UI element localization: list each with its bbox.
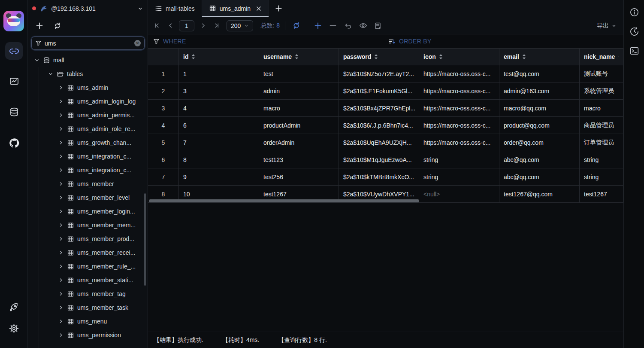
cell-icon[interactable]: https://macro-oss.oss-c...: [419, 65, 499, 82]
cell-email[interactable]: product@qq.com: [499, 117, 580, 134]
nav-dashboard-button[interactable]: [5, 72, 23, 90]
chevron-right-icon[interactable]: [58, 236, 64, 242]
chevron-right-icon[interactable]: [58, 140, 64, 146]
chevron-right-icon[interactable]: [58, 85, 64, 91]
cell-username[interactable]: test: [259, 65, 339, 82]
cell-password[interactable]: $2a$10$6/.J.p.6Bhn7ic4...: [339, 117, 419, 134]
chevron-right-icon[interactable]: [58, 305, 64, 311]
chevron-right-icon[interactable]: [58, 181, 64, 187]
column-header-password[interactable]: password: [339, 48, 419, 65]
app-logo[interactable]: [3, 11, 24, 31]
cell-email[interactable]: macro@qq.com: [499, 100, 580, 117]
cell-nick_name[interactable]: string: [580, 151, 623, 168]
nav-rocket-button[interactable]: [5, 299, 23, 316]
tree-item-table-ums_permission[interactable]: ums_permission: [28, 328, 148, 342]
tree-item-table-ums_menu[interactable]: ums_menu: [28, 314, 148, 328]
export-button[interactable]: 导出: [597, 22, 619, 30]
cell-icon[interactable]: https://macro-oss.oss-c...: [419, 134, 499, 151]
cell-password[interactable]: $2a$10$kTMBrt8mkXcO...: [339, 168, 419, 186]
cell-password[interactable]: $2a$10$M1qJguEzwoA...: [339, 151, 419, 168]
page-size-select[interactable]: 200: [227, 20, 253, 31]
delete-row-button[interactable]: [327, 20, 339, 31]
table-filter-input-wrap[interactable]: ✕: [31, 37, 145, 50]
cell-id[interactable]: 6: [179, 117, 259, 134]
cell-icon[interactable]: https://macro-oss.oss-c...: [419, 82, 499, 100]
chevron-right-icon[interactable]: [58, 195, 64, 201]
tree-item-table-ums_member_level[interactable]: ums_member_level: [28, 191, 148, 205]
tree-item-table-ums_admin_role_re[interactable]: ums_admin_role_re...: [28, 122, 148, 136]
chevron-right-icon[interactable]: [58, 332, 64, 338]
chevron-down-icon[interactable]: [34, 57, 40, 63]
tree-item-table-ums_member_tag[interactable]: ums_member_tag: [28, 287, 148, 301]
chevron-right-icon[interactable]: [58, 318, 64, 324]
chevron-right-icon[interactable]: [58, 98, 64, 104]
cell-nick_name[interactable]: 商品管理员: [580, 117, 623, 134]
chevron-down-icon[interactable]: [48, 71, 54, 77]
chevron-right-icon[interactable]: [58, 277, 64, 283]
cell-id[interactable]: 1: [179, 65, 259, 82]
tree-item-table-ums_member_stati[interactable]: ums_member_stati...: [28, 273, 148, 287]
cell-icon[interactable]: https://macro-oss.oss-c...: [419, 100, 499, 117]
nav-database-button[interactable]: [5, 103, 23, 121]
cell-email[interactable]: abc@qq.com: [499, 151, 580, 168]
cell-email[interactable]: admin@163.com: [499, 82, 580, 100]
last-page-button[interactable]: [212, 21, 221, 31]
cell-email[interactable]: test@qq.com: [499, 65, 580, 82]
refresh-sidebar-button[interactable]: [52, 20, 63, 31]
clear-search-icon[interactable]: ✕: [134, 40, 141, 46]
chevron-right-icon[interactable]: [58, 222, 64, 228]
history-button[interactable]: [629, 26, 639, 37]
tree-item-table-ums_integration_c[interactable]: ums_integration_c...: [28, 150, 148, 163]
cell-password[interactable]: $2a$10$.E1FokumK5Gl...: [339, 82, 419, 100]
column-header-icon[interactable]: icon: [419, 48, 499, 65]
cell-username[interactable]: orderAdmin: [259, 134, 339, 151]
nav-settings-button[interactable]: [5, 320, 23, 337]
tree-item-table-ums_member_mem[interactable]: ums_member_mem...: [28, 218, 148, 232]
cell-username[interactable]: productAdmin: [259, 117, 339, 134]
chevron-right-icon[interactable]: [58, 126, 64, 132]
tree-item-table-ums_member_login[interactable]: ums_member_login...: [28, 205, 148, 218]
new-tab-button[interactable]: [269, 0, 288, 17]
chevron-right-icon[interactable]: [58, 208, 64, 214]
cell-icon[interactable]: string: [419, 151, 499, 168]
cell-nick_name[interactable]: 测试账号: [580, 65, 623, 82]
refresh-result-button[interactable]: [290, 20, 302, 31]
cell-id[interactable]: 7: [179, 134, 259, 151]
first-page-button[interactable]: [152, 21, 162, 31]
tree-item-table-ums_member[interactable]: ums_member: [28, 177, 148, 191]
tree-scrollbar[interactable]: [144, 193, 146, 286]
tree-item-table-ums_integration_c[interactable]: ums_integration_c...: [28, 163, 148, 177]
add-connection-button[interactable]: [34, 20, 45, 31]
cell-id[interactable]: 9: [179, 168, 259, 186]
tree-item-table-ums_admin_permis[interactable]: ums_admin_permis...: [28, 108, 148, 122]
cell-nick_name[interactable]: string: [580, 168, 623, 186]
cell-icon[interactable]: string: [419, 168, 499, 186]
tree-item-database-mall[interactable]: mall: [28, 53, 148, 67]
horizontal-scrollbar[interactable]: [149, 199, 419, 202]
tree-item-table-ums_member_recei[interactable]: ums_member_recei...: [28, 246, 148, 259]
next-page-button[interactable]: [198, 21, 208, 31]
tree-item-table-ums_admin_login_log[interactable]: ums_admin_login_log: [28, 95, 148, 108]
close-tab-icon[interactable]: [256, 6, 262, 12]
chevron-right-icon[interactable]: [58, 263, 64, 269]
tree-item-table-ums_growth_chan[interactable]: ums_growth_chan...: [28, 136, 148, 150]
cell-username[interactable]: macro: [259, 100, 339, 117]
add-row-button[interactable]: [312, 20, 324, 31]
chevron-right-icon[interactable]: [58, 250, 64, 256]
tree-item-table-ums_member_prod[interactable]: ums_member_prod...: [28, 232, 148, 246]
terminal-button[interactable]: [629, 46, 639, 56]
info-button[interactable]: [629, 7, 639, 17]
chevron-right-icon[interactable]: [58, 167, 64, 173]
cell-password[interactable]: $2a$10$Bx4jZPR7GhEpl...: [339, 100, 419, 117]
tree-item-folder-tables[interactable]: tables: [28, 67, 148, 81]
cell-id[interactable]: 3: [179, 82, 259, 100]
cell-password[interactable]: $2a$10$UqEhA9UZXjH...: [339, 134, 419, 151]
table-filter-input[interactable]: [45, 40, 131, 47]
chevron-right-icon[interactable]: [58, 153, 64, 159]
connection-selector[interactable]: @192.168.3.101: [28, 0, 148, 17]
nav-github-button[interactable]: [5, 134, 23, 152]
tree-item-table-ums_admin[interactable]: ums_admin: [28, 81, 148, 95]
cell-username[interactable]: admin: [259, 82, 339, 100]
cell-password[interactable]: $2a$10$NZ5o7r2E.ayT2...: [339, 65, 419, 82]
prev-page-button[interactable]: [166, 21, 175, 31]
